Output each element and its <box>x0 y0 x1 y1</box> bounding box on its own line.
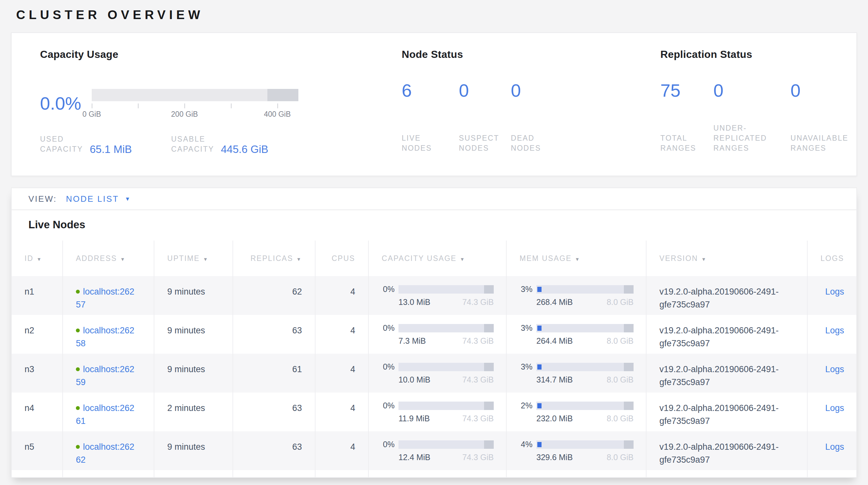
node-logs-cell: Logs <box>807 315 857 354</box>
mem-usage-fill <box>537 403 541 408</box>
node-uptime-cell: 9 minutes <box>154 354 233 393</box>
node-address-cell: localhost:26261 <box>63 393 154 431</box>
used-capacity-stat: USED CAPACITY 65.1 MiB <box>40 134 171 154</box>
sort-arrow-icon: ▼ <box>37 256 42 262</box>
capacity-usage-bar <box>399 324 494 333</box>
node-logs-cell: Logs <box>807 431 857 470</box>
view-label: VIEW: <box>28 194 57 204</box>
node-logs-cell: Logs <box>807 393 857 431</box>
node-address-cell: localhost:26262 <box>63 431 154 470</box>
node-address-cell: localhost:26258 <box>63 315 154 354</box>
column-header-capacity-usage[interactable]: CAPACITY USAGE▼ <box>368 240 506 276</box>
node-id-cell: n1 <box>11 276 63 315</box>
logs-link[interactable]: Logs <box>825 442 844 452</box>
unavailable-ranges-value: 0 <box>790 81 857 100</box>
node-cpus-cell: 4 <box>315 431 368 470</box>
node-cpus-cell: 4 <box>315 276 368 315</box>
node-capacity-usage-cell: 0% 11.9 MiB 74.3 GiB <box>368 393 506 431</box>
under-replicated-ranges-stat: 0 UNDER-REPLICATED RANGES <box>713 60 790 153</box>
node-address-link[interactable]: localhost:26259 <box>76 364 134 387</box>
mem-used-value: 314.7 MiB <box>536 375 573 384</box>
node-id-cell: n3 <box>11 354 63 393</box>
live-nodes-value: 6 <box>402 81 459 100</box>
table-row-partial <box>11 470 857 478</box>
capacity-max-value: 74.3 GiB <box>462 413 494 423</box>
node-address-link[interactable]: localhost:26262 <box>76 442 134 465</box>
node-status-section: Node Status 6 LIVE NODES 0 SUSPECT NODES… <box>402 49 660 176</box>
mem-usage-bar <box>536 285 633 293</box>
table-row: n5 localhost:26262 9 minutes 63 4 0% 12.… <box>11 431 857 470</box>
capacity-max-value: 74.3 GiB <box>462 452 494 462</box>
capacity-used-value: 13.0 MiB <box>399 297 430 307</box>
live-nodes-stat: 6 LIVE NODES <box>402 60 459 153</box>
column-header-version[interactable]: VERSION▼ <box>646 240 807 276</box>
capacity-used-value: 7.3 MiB <box>399 336 426 346</box>
table-row: n1 localhost:26257 9 minutes 62 4 0% 13.… <box>11 276 857 315</box>
node-replicas-cell: 63 <box>233 315 315 354</box>
replication-status-section: Replication Status 75 TOTAL RANGES 0 UND… <box>660 49 857 176</box>
mem-max-value: 8.0 GiB <box>607 336 633 346</box>
mem-percent-label: 3% <box>517 323 532 333</box>
capacity-percent-label: 0% <box>379 323 395 333</box>
logs-link[interactable]: Logs <box>825 287 844 296</box>
axis-tick <box>184 104 185 108</box>
view-dropdown-value: NODE LIST <box>66 194 119 204</box>
table-row: n3 localhost:26259 9 minutes 61 4 0% 10.… <box>11 354 857 393</box>
view-bar: VIEW: NODE LIST ▼ <box>11 188 857 210</box>
mem-max-value: 8.0 GiB <box>607 452 633 462</box>
node-capacity-usage-cell: 0% 7.3 MiB 74.3 GiB <box>368 315 506 354</box>
mem-usage-bar <box>536 324 633 333</box>
logs-link[interactable]: Logs <box>825 364 844 374</box>
live-status-dot-icon <box>76 329 80 333</box>
capacity-used-value: 12.4 MiB <box>399 452 430 462</box>
capacity-usage-bar <box>399 285 494 293</box>
mem-usage-fill <box>537 325 541 331</box>
node-address-link[interactable]: localhost:26257 <box>76 287 134 309</box>
capacity-max-value: 74.3 GiB <box>462 336 494 346</box>
node-version-cell: v19.2.0-alpha.20190606-2491-gfe735c9a97 <box>646 315 807 354</box>
column-header-mem-usage[interactable]: MEM USAGE▼ <box>506 240 646 276</box>
node-mem-usage-cell: 3% 314.7 MiB 8.0 GiB <box>506 354 646 393</box>
live-status-dot-icon <box>76 367 80 371</box>
axis-tick <box>92 104 92 108</box>
partial-row-body <box>11 470 857 478</box>
under-replicated-ranges-label: UNDER-REPLICATED RANGES <box>713 123 779 153</box>
column-header-address[interactable]: ADDRESS▼ <box>63 240 154 276</box>
mem-usage-fill <box>537 364 541 370</box>
capacity-percent-label: 0% <box>379 285 395 294</box>
table-row: n2 localhost:26258 9 minutes 63 4 0% 7.3… <box>11 315 857 354</box>
logs-link[interactable]: Logs <box>825 325 844 335</box>
sort-arrow-icon: ▼ <box>120 256 126 262</box>
capacity-usage-bar <box>399 402 494 410</box>
capacity-usage-chart: 0.0% 0 GiB200 GiB400 GiB <box>40 89 402 117</box>
node-address-cell: localhost:26257 <box>63 276 154 315</box>
capacity-bar <box>92 89 299 101</box>
column-header-id[interactable]: ID▼ <box>11 240 63 276</box>
node-version-cell: v19.2.0-alpha.20190606-2491-gfe735c9a97 <box>646 354 807 393</box>
sort-arrow-icon: ▼ <box>702 256 707 262</box>
mem-percent-label: 3% <box>517 285 532 294</box>
logs-link[interactable]: Logs <box>825 403 844 413</box>
total-ranges-stat: 75 TOTAL RANGES <box>660 60 713 153</box>
page-title: CLUSTER OVERVIEW <box>16 8 204 22</box>
view-dropdown[interactable]: NODE LIST ▼ <box>66 194 130 204</box>
node-address-link[interactable]: localhost:26258 <box>76 325 134 348</box>
node-logs-cell: Logs <box>807 354 857 393</box>
summary-card: Capacity Usage 0.0% 0 GiB200 GiB400 GiB … <box>11 32 857 176</box>
column-header-uptime[interactable]: UPTIME▼ <box>154 240 233 276</box>
live-status-dot-icon <box>76 290 80 293</box>
column-header-replicas[interactable]: REPLICAS▼ <box>233 240 315 276</box>
usable-capacity-stat: USABLE CAPACITY 445.6 GiB <box>171 134 268 154</box>
axis-tick <box>231 104 231 108</box>
node-uptime-cell: 9 minutes <box>154 431 233 470</box>
axis-tick <box>277 104 278 108</box>
nodes-card: VIEW: NODE LIST ▼ Live Nodes ID▼ ADDRESS… <box>11 188 857 478</box>
capacity-used-value: 11.9 MiB <box>399 413 430 423</box>
capacity-max-value: 74.3 GiB <box>462 375 494 384</box>
node-address-link[interactable]: localhost:26261 <box>76 403 134 426</box>
node-uptime-cell: 9 minutes <box>154 315 233 354</box>
node-id-cell: n2 <box>11 315 63 354</box>
suspect-nodes-value: 0 <box>459 81 511 100</box>
capacity-bar-block: 0 GiB200 GiB400 GiB <box>92 89 299 117</box>
dead-nodes-value: 0 <box>511 81 566 100</box>
